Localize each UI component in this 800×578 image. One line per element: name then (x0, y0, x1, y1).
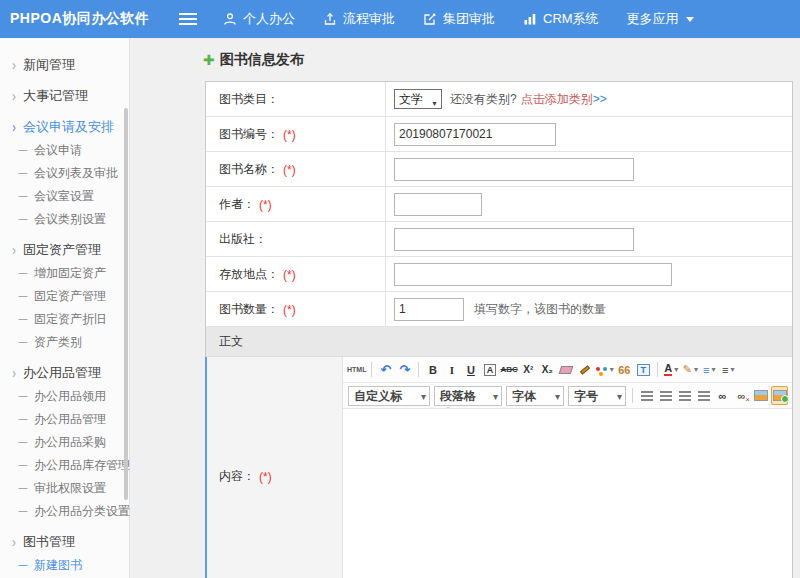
dash-marker: 一 (18, 505, 28, 519)
separator[interactable] (657, 362, 658, 377)
font-color-icon[interactable]: A (663, 360, 680, 379)
editor-content-area[interactable] (343, 409, 792, 578)
sidebar-item[interactable]: › 一 增加固定资产 (0, 262, 129, 285)
sidebar-item[interactable]: › 一 新建图书 (0, 554, 129, 577)
color-palette-icon[interactable] (596, 360, 614, 379)
dash-marker: 一 (18, 167, 28, 181)
add-category-link[interactable]: 点击添加类别 (521, 91, 593, 108)
italic-icon[interactable]: I (443, 360, 460, 379)
dash-marker: 一 (18, 290, 28, 304)
sidebar-item-label: 大事记管理 (23, 87, 88, 105)
menu-toggle-icon[interactable] (179, 13, 197, 25)
font-size-select[interactable]: 字号 (568, 386, 626, 406)
dash-marker: 一 (18, 267, 28, 281)
sidebar-item[interactable]: › 一 办公用品管理 (0, 361, 129, 385)
remove-format-icon[interactable] (558, 360, 575, 379)
numbered-list-icon[interactable]: ≡ (720, 360, 737, 379)
bullet-list-icon[interactable]: ≡ (701, 360, 718, 379)
sidebar-item[interactable]: › 一 办公用品管理 (0, 408, 129, 431)
sidebar-item[interactable]: › 一 会议申请及安排 (0, 115, 129, 139)
required-mark: (*) (283, 268, 296, 282)
sidebar-item[interactable]: › 一 大事记管理 (0, 84, 129, 108)
field-input[interactable] (394, 228, 634, 251)
separator (632, 388, 633, 403)
sidebar-item-label: 会议申请 (34, 142, 82, 159)
form-row: 图书名称： (*) (206, 152, 792, 187)
sidebar-item[interactable]: › 一 固定资产折旧 (0, 308, 129, 331)
upload-image-icon[interactable] (771, 386, 788, 405)
nav-workflow-approval[interactable]: 流程审批 (323, 10, 395, 28)
font-box-icon[interactable]: A (481, 360, 498, 379)
nav-label: 个人办公 (243, 10, 295, 28)
add-icon: ✚ (203, 52, 215, 68)
align-right-icon[interactable] (676, 386, 693, 405)
field-hint: 填写数字，该图书的数量 (474, 301, 606, 318)
strikethrough-icon[interactable]: ABC (500, 360, 517, 379)
dash-marker: 一 (18, 436, 28, 450)
category-select[interactable]: 文学 (394, 89, 442, 109)
subscript-icon[interactable]: X₂ (539, 360, 556, 379)
sidebar-item[interactable]: › 一 办公用品采购 (0, 431, 129, 454)
field-label: 内容： (219, 468, 255, 485)
sidebar-item[interactable]: › 一 办公用品领用 (0, 385, 129, 408)
blockquote-icon[interactable]: 66 (616, 360, 633, 379)
field-input[interactable] (394, 158, 634, 181)
sidebar-item-label: 办公用品管理 (23, 364, 101, 382)
sidebar-item[interactable]: › 一 办公用品分类设置 (0, 500, 129, 523)
sidebar-item[interactable]: › 一 会议室设置 (0, 185, 129, 208)
sidebar-item[interactable]: › 一 会议申请 (0, 139, 129, 162)
chevron-right-icon: › (12, 57, 16, 74)
paste-text-icon[interactable]: T (635, 360, 652, 379)
unlink-icon[interactable]: ∞ (733, 386, 750, 405)
separator[interactable] (418, 362, 419, 377)
sidebar-item[interactable]: › 一 固定资产管理 (0, 238, 129, 262)
sidebar-item[interactable]: › 一 审批权限设置 (0, 477, 129, 500)
align-center-icon[interactable] (657, 386, 674, 405)
field-input[interactable] (394, 263, 672, 286)
dash-marker: 一 (18, 144, 28, 158)
caret-down-icon (686, 17, 694, 22)
app-logo: PHPOA协同办公软件 (0, 10, 165, 28)
sidebar-item-label: 会议室设置 (34, 188, 94, 205)
bold-icon[interactable]: B (424, 360, 441, 379)
nav-personal-office[interactable]: 个人办公 (223, 10, 295, 28)
form-row-content: 内容： (*) HTML ↶ ↷ B (205, 357, 792, 578)
align-left-icon[interactable] (638, 386, 655, 405)
link-icon[interactable]: ∞ (714, 386, 731, 405)
sidebar-item[interactable]: › 一 会议类别设置 (0, 208, 129, 231)
chevron-right-icon: › (12, 365, 16, 382)
redo-icon[interactable]: ↷ (396, 360, 413, 379)
superscript-icon[interactable]: X² (520, 360, 537, 379)
sidebar-item[interactable]: › 一 固定资产管理 (0, 285, 129, 308)
separator[interactable] (371, 362, 372, 377)
nav-group-approval[interactable]: 集团审批 (423, 10, 495, 28)
field-input[interactable] (394, 123, 556, 146)
field-input[interactable] (394, 298, 464, 321)
nav-crm-system[interactable]: CRM系统 (523, 10, 599, 28)
sidebar-item[interactable]: › 一 新闻管理 (0, 53, 129, 77)
sidebar-item[interactable]: › 一 图书管理 (0, 530, 129, 554)
paragraph-select[interactable]: 段落格式 (434, 386, 502, 406)
sidebar-item[interactable]: › 一 资产类别 (0, 331, 129, 354)
sidebar-item[interactable]: › 一 会议列表及审批 (0, 162, 129, 185)
field-label: 图书编号： (219, 126, 279, 143)
sidebar-scrollbar[interactable] (124, 108, 128, 500)
font-family-select[interactable]: 字体 (506, 386, 564, 406)
insert-image-icon[interactable] (752, 386, 769, 405)
rich-text-editor: HTML ↶ ↷ B I U (343, 357, 792, 578)
sidebar-item-label: 增加固定资产 (34, 265, 106, 282)
justify-icon[interactable] (695, 386, 712, 405)
html-source-icon[interactable]: HTML (347, 360, 366, 379)
sidebar-item[interactable]: › 一 办公用品库存管理 (0, 454, 129, 477)
chevron-right-icon: › (12, 88, 16, 105)
format-brush-icon[interactable] (577, 360, 594, 379)
nav-label: 集团审批 (443, 10, 495, 28)
field-input[interactable] (394, 193, 482, 216)
heading-select[interactable]: 自定义标题 (348, 386, 430, 406)
underline-icon[interactable]: U (462, 360, 479, 379)
highlight-pen-icon[interactable]: ✎ (682, 360, 699, 379)
nav-more-apps[interactable]: 更多应用 (627, 10, 694, 28)
undo-icon[interactable]: ↶ (377, 360, 394, 379)
sidebar-item-label: 会议申请及安排 (23, 118, 114, 136)
add-category-arrows[interactable]: >> (593, 92, 607, 106)
